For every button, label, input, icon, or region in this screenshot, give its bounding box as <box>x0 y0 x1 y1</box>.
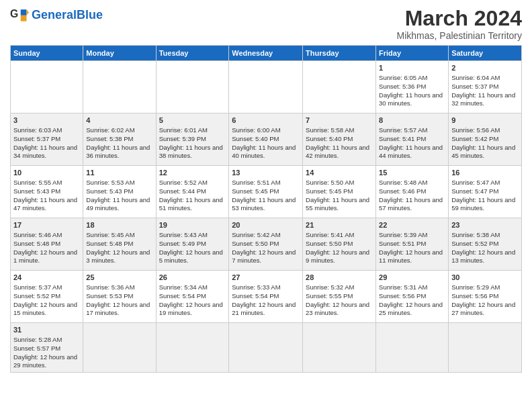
day-number: 26 <box>159 273 226 283</box>
calendar-cell: 10Sunrise: 5:55 AMSunset: 5:43 PMDayligh… <box>11 166 83 218</box>
calendar-cell <box>376 323 449 373</box>
calendar-cell <box>303 323 376 373</box>
calendar-cell: 13Sunrise: 5:51 AMSunset: 5:45 PMDayligh… <box>229 166 303 218</box>
calendar-cell <box>303 61 376 113</box>
calendar-cell: 29Sunrise: 5:31 AMSunset: 5:56 PMDayligh… <box>376 271 449 323</box>
day-number: 21 <box>306 220 373 230</box>
main-title: March 2024 <box>397 7 522 30</box>
weekday-header-wednesday: Wednesday <box>229 46 303 61</box>
calendar-cell: 24Sunrise: 5:37 AMSunset: 5:52 PMDayligh… <box>11 271 83 323</box>
calendar-cell: 21Sunrise: 5:41 AMSunset: 5:50 PMDayligh… <box>303 218 376 271</box>
logo-general: General <box>32 8 77 21</box>
calendar-cell: 3Sunrise: 6:03 AMSunset: 5:37 PMDaylight… <box>11 113 83 166</box>
logo-text: GeneralBlue <box>32 9 103 21</box>
day-number: 30 <box>451 273 519 283</box>
calendar-cell: 6Sunrise: 6:00 AMSunset: 5:40 PMDaylight… <box>229 113 303 166</box>
day-number: 15 <box>379 168 445 178</box>
calendar-cell <box>156 323 229 373</box>
day-number: 24 <box>13 273 80 283</box>
calendar-cell: 7Sunrise: 5:58 AMSunset: 5:40 PMDaylight… <box>303 113 376 166</box>
title-block: March 2024 Mikhmas, Palestinian Territor… <box>397 7 522 41</box>
day-number: 8 <box>379 116 445 126</box>
calendar-cell: 12Sunrise: 5:52 AMSunset: 5:44 PMDayligh… <box>156 166 229 218</box>
day-number: 13 <box>232 168 300 178</box>
calendar-cell: 19Sunrise: 5:43 AMSunset: 5:49 PMDayligh… <box>156 218 229 271</box>
day-number: 11 <box>86 168 152 178</box>
weekday-header-monday: Monday <box>83 46 156 61</box>
day-number: 4 <box>86 116 152 126</box>
day-number: 12 <box>159 168 226 178</box>
day-number: 23 <box>451 220 519 230</box>
calendar-week-row: 31Sunrise: 5:28 AMSunset: 5:57 PMDayligh… <box>11 323 522 373</box>
calendar-cell: 18Sunrise: 5:45 AMSunset: 5:48 PMDayligh… <box>83 218 156 271</box>
weekday-header-saturday: Saturday <box>449 46 522 61</box>
subtitle: Mikhmas, Palestinian Territory <box>397 30 522 41</box>
calendar-cell: 1Sunrise: 6:05 AMSunset: 5:36 PMDaylight… <box>376 61 449 113</box>
logo-icon: G <box>10 7 29 23</box>
day-number: 16 <box>451 168 519 178</box>
calendar-week-row: 24Sunrise: 5:37 AMSunset: 5:52 PMDayligh… <box>11 271 522 323</box>
calendar-cell <box>156 61 229 113</box>
day-number: 18 <box>86 220 152 230</box>
calendar-cell <box>229 323 303 373</box>
day-number: 22 <box>379 220 445 230</box>
day-number: 10 <box>13 168 80 178</box>
calendar-cell: 14Sunrise: 5:50 AMSunset: 5:45 PMDayligh… <box>303 166 376 218</box>
day-number: 25 <box>86 273 152 283</box>
calendar-cell: 30Sunrise: 5:29 AMSunset: 5:56 PMDayligh… <box>449 271 522 323</box>
svg-marker-3 <box>27 9 30 15</box>
calendar-cell <box>229 61 303 113</box>
page-header: G GeneralBlue March 2024 Mikhmas, Palest… <box>10 7 522 41</box>
day-number: 2 <box>451 63 519 73</box>
svg-marker-2 <box>21 15 27 21</box>
day-number: 1 <box>379 63 445 73</box>
calendar-cell: 8Sunrise: 5:57 AMSunset: 5:41 PMDaylight… <box>376 113 449 166</box>
day-number: 6 <box>232 116 300 126</box>
day-number: 19 <box>159 220 226 230</box>
svg-marker-1 <box>21 9 27 15</box>
day-number: 31 <box>13 325 80 335</box>
logo: G GeneralBlue <box>10 7 103 23</box>
calendar-week-row: 10Sunrise: 5:55 AMSunset: 5:43 PMDayligh… <box>11 166 522 218</box>
weekday-header-tuesday: Tuesday <box>156 46 229 61</box>
calendar-cell: 20Sunrise: 5:42 AMSunset: 5:50 PMDayligh… <box>229 218 303 271</box>
calendar-week-row: 1Sunrise: 6:05 AMSunset: 5:36 PMDaylight… <box>11 61 522 113</box>
weekday-header-friday: Friday <box>376 46 449 61</box>
calendar-cell: 23Sunrise: 5:38 AMSunset: 5:52 PMDayligh… <box>449 218 522 271</box>
calendar-cell: 9Sunrise: 5:56 AMSunset: 5:42 PMDaylight… <box>449 113 522 166</box>
calendar-cell: 28Sunrise: 5:32 AMSunset: 5:55 PMDayligh… <box>303 271 376 323</box>
calendar-cell: 5Sunrise: 6:01 AMSunset: 5:39 PMDaylight… <box>156 113 229 166</box>
calendar-cell: 16Sunrise: 5:47 AMSunset: 5:47 PMDayligh… <box>449 166 522 218</box>
day-number: 7 <box>306 116 373 126</box>
calendar-cell: 25Sunrise: 5:36 AMSunset: 5:53 PMDayligh… <box>83 271 156 323</box>
calendar-table: SundayMondayTuesdayWednesdayThursdayFrid… <box>10 45 522 373</box>
logo-blue: Blue <box>77 8 103 21</box>
day-number: 27 <box>232 273 300 283</box>
calendar-week-row: 3Sunrise: 6:03 AMSunset: 5:37 PMDaylight… <box>11 113 522 166</box>
calendar-cell: 31Sunrise: 5:28 AMSunset: 5:57 PMDayligh… <box>11 323 83 373</box>
calendar-cell: 26Sunrise: 5:34 AMSunset: 5:54 PMDayligh… <box>156 271 229 323</box>
day-number: 29 <box>379 273 445 283</box>
day-number: 5 <box>159 116 226 126</box>
day-number: 20 <box>232 220 300 230</box>
calendar-cell <box>449 323 522 373</box>
calendar-cell: 2Sunrise: 6:04 AMSunset: 5:37 PMDaylight… <box>449 61 522 113</box>
day-number: 3 <box>13 116 80 126</box>
calendar-cell <box>83 61 156 113</box>
day-number: 9 <box>451 116 519 126</box>
weekday-header-row: SundayMondayTuesdayWednesdayThursdayFrid… <box>11 46 522 61</box>
day-number: 14 <box>306 168 373 178</box>
svg-text:G: G <box>10 8 18 19</box>
calendar-cell: 27Sunrise: 5:33 AMSunset: 5:54 PMDayligh… <box>229 271 303 323</box>
calendar-week-row: 17Sunrise: 5:46 AMSunset: 5:48 PMDayligh… <box>11 218 522 271</box>
weekday-header-thursday: Thursday <box>303 46 376 61</box>
calendar-cell <box>83 323 156 373</box>
calendar-cell <box>11 61 83 113</box>
calendar-cell: 15Sunrise: 5:48 AMSunset: 5:46 PMDayligh… <box>376 166 449 218</box>
calendar-cell: 22Sunrise: 5:39 AMSunset: 5:51 PMDayligh… <box>376 218 449 271</box>
calendar-cell: 11Sunrise: 5:53 AMSunset: 5:43 PMDayligh… <box>83 166 156 218</box>
weekday-header-sunday: Sunday <box>11 46 83 61</box>
calendar-cell: 17Sunrise: 5:46 AMSunset: 5:48 PMDayligh… <box>11 218 83 271</box>
day-number: 28 <box>306 273 373 283</box>
day-number: 17 <box>13 220 80 230</box>
